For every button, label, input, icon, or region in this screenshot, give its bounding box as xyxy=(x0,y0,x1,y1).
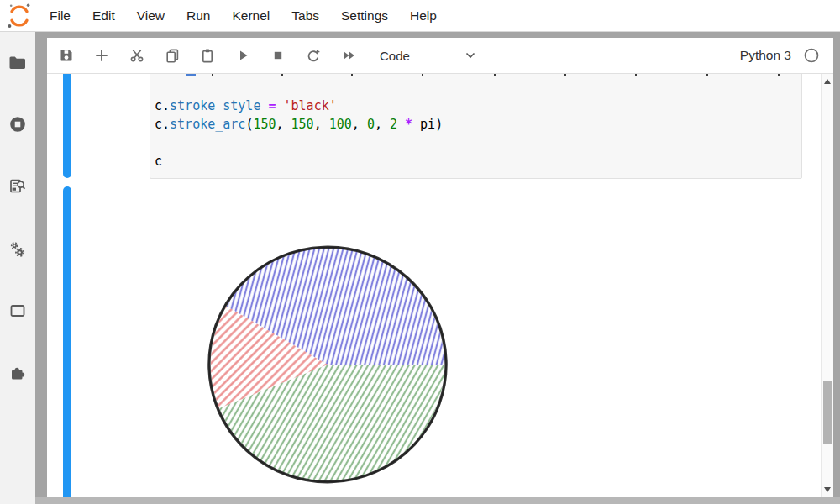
plus-icon xyxy=(93,47,110,64)
sidebar-extensions-button[interactable] xyxy=(8,364,28,384)
menu-item-run[interactable]: Run xyxy=(176,0,221,31)
clipped-code-fragment xyxy=(494,74,496,76)
paste-icon xyxy=(199,47,216,64)
cell-type-label: Code xyxy=(380,49,410,63)
code-line: c xyxy=(155,152,443,171)
vertical-scrollbar[interactable] xyxy=(821,74,833,497)
clipped-code-fragment xyxy=(564,74,566,76)
clipped-code-fragment xyxy=(212,74,213,76)
menubar: File Edit View Run Kernel Tabs Settings … xyxy=(0,0,840,32)
paste-cells-button[interactable] xyxy=(190,38,225,73)
clipped-code-fragment xyxy=(635,74,637,76)
run-all-button[interactable] xyxy=(331,38,366,73)
code-line: c.stroke_style = 'black' xyxy=(155,97,443,115)
chevron-down-icon xyxy=(465,52,475,59)
activity-sidebar xyxy=(0,32,35,504)
tabs-icon xyxy=(8,301,28,321)
scissors-icon xyxy=(129,47,145,64)
menu-item-edit[interactable]: Edit xyxy=(81,0,126,31)
jupyter-logo-icon xyxy=(0,0,39,31)
kernel-area: Python 3 xyxy=(740,47,820,64)
clipped-code-fragment xyxy=(186,74,196,76)
cut-cells-button[interactable] xyxy=(119,38,155,73)
code-line: c.stroke_arc(150, 150, 100, 0, 2 * pi) xyxy=(155,115,443,134)
gears-icon xyxy=(8,239,28,260)
running-kernels-icon xyxy=(8,114,28,134)
copy-icon xyxy=(164,47,181,64)
menu-item-tabs[interactable]: Tabs xyxy=(281,0,330,31)
notebook-toolbar: Code Python 3 xyxy=(47,38,833,74)
inspector-search-icon xyxy=(8,176,28,197)
interrupt-kernel-button[interactable] xyxy=(260,38,296,73)
kernel-name-label: Python 3 xyxy=(740,48,791,63)
menu-item-file[interactable]: File xyxy=(39,0,81,31)
scroll-up-arrow-icon[interactable] xyxy=(824,79,831,84)
restart-kernel-button[interactable] xyxy=(296,38,331,73)
menu-item-help[interactable]: Help xyxy=(399,0,448,31)
save-button[interactable] xyxy=(49,38,84,73)
menu-item-view[interactable]: View xyxy=(126,0,176,31)
cell-collapser-input[interactable] xyxy=(63,74,71,178)
fast-forward-icon xyxy=(340,47,357,64)
cell-output-canvas xyxy=(204,241,451,491)
scrollbar-thumb[interactable] xyxy=(823,381,832,444)
frame-bottom-strip xyxy=(35,497,840,504)
menu-item-settings[interactable]: Settings xyxy=(330,0,399,31)
sketch-pie-svg xyxy=(204,241,451,488)
notebook-panel: Code Python 3 c.stroke_style = 'black'c.… xyxy=(47,38,833,497)
notebook-content: c.stroke_style = 'black'c.stroke_arc(150… xyxy=(47,74,821,497)
sidebar-file-browser-button[interactable] xyxy=(8,53,28,73)
cell-collapser-output[interactable] xyxy=(63,186,71,497)
kernel-status-indicator[interactable] xyxy=(803,47,820,64)
sidebar-inspector-button[interactable] xyxy=(8,176,28,197)
code-line xyxy=(155,134,443,152)
menu-item-kernel[interactable]: Kernel xyxy=(221,0,281,31)
folder-icon xyxy=(8,53,28,73)
sidebar-open-tabs-button[interactable] xyxy=(8,301,28,321)
insert-cell-button[interactable] xyxy=(84,38,119,73)
scroll-down-arrow-icon[interactable] xyxy=(824,487,831,492)
copy-cells-button[interactable] xyxy=(155,38,190,73)
cell-type-select[interactable]: Code xyxy=(380,49,475,63)
sidebar-running-kernels-button[interactable] xyxy=(8,114,28,134)
save-icon xyxy=(58,47,75,64)
run-cell-button[interactable] xyxy=(225,38,260,73)
run-icon xyxy=(234,47,251,64)
stop-icon xyxy=(270,47,286,64)
clipped-code-fragment xyxy=(351,74,353,76)
puzzle-icon xyxy=(8,364,28,384)
clipped-code-fragment xyxy=(778,74,780,76)
code-lines: c.stroke_style = 'black'c.stroke_arc(150… xyxy=(155,97,443,171)
sidebar-property-inspector-button[interactable] xyxy=(8,239,28,260)
clipped-code-fragment xyxy=(706,74,708,76)
clipped-code-fragment xyxy=(422,74,423,76)
clipped-code-fragment xyxy=(281,74,283,76)
restart-icon xyxy=(305,47,322,64)
